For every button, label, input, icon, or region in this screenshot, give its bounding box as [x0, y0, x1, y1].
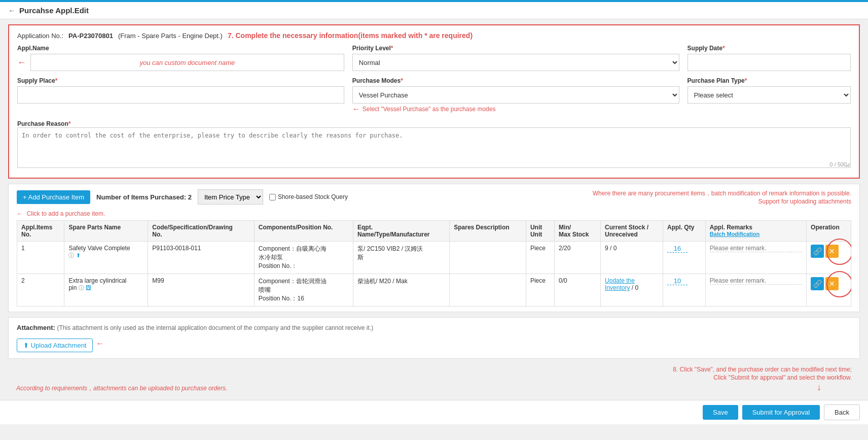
info-icon-1[interactable]: ⓘ	[68, 252, 74, 258]
purchase-plan-type-wrapper: Please select	[688, 86, 851, 104]
td-components-2: Component：齿轮润滑油喷嘴Position No.：16	[254, 274, 353, 307]
items-section: + Add Purchase Item Number of Items Purc…	[8, 184, 860, 312]
shore-stock-label: Shore-based Stock Query	[278, 193, 348, 200]
priority-label: Priority Level*	[352, 45, 679, 52]
th-unit: UnitUnit	[526, 221, 554, 242]
batch-hint-line1: Where there are many procurement items，b…	[593, 189, 851, 198]
instruction-text: 7. Complete the necessary information(it…	[228, 31, 473, 40]
app-dept: (Fram - Spare Parts - Engine Dept.)	[118, 32, 223, 40]
upload-attachment-button[interactable]: ⬆ Upload Attachment	[17, 339, 93, 352]
appl-name-label: Appl.Name	[17, 45, 344, 52]
qty-input-1[interactable]	[667, 245, 688, 253]
main-content: Application No.: PA-P23070801 (Fram - Sp…	[0, 19, 868, 400]
items-count: Number of Items Purchased: 2	[96, 193, 192, 201]
td-eqpt-2: 柴油机/ M20 / Mak	[353, 274, 450, 307]
th-appl-qty: Appl. Qty	[663, 221, 705, 242]
supply-place-group: Supply Place*	[17, 77, 344, 114]
priority-select-wrapper: Normal	[352, 54, 679, 71]
table-wrapper: Appl.ItemsNo. Spare Parts Name Code/Spec…	[17, 220, 851, 307]
td-components-1: Component：自吸离心海水冷却泵Position No.：	[254, 242, 353, 274]
td-spares-desc-2	[450, 274, 526, 307]
batch-modification-link[interactable]: Batch Modification	[710, 231, 802, 237]
back-button[interactable]: Back	[824, 404, 860, 420]
shore-stock-checkbox[interactable]	[269, 194, 276, 200]
td-min-max-1: 2/20	[555, 242, 601, 274]
delete-btn-1[interactable]: ✕	[825, 245, 839, 258]
page-title: Purcahse Appl.Edit	[19, 6, 89, 15]
page-header: ← Purcahse Appl.Edit	[0, 2, 868, 19]
td-no-1: 1	[17, 242, 64, 274]
items-table: Appl.ItemsNo. Spare Parts Name Code/Spec…	[17, 220, 851, 307]
purchase-reason-label: Purchase Reason*	[17, 120, 70, 127]
priority-select[interactable]: Normal	[352, 54, 679, 71]
td-min-max-2: 0/0	[555, 274, 601, 307]
th-eqpt: Eqpt.Name/Type/Manufacturer	[353, 221, 450, 242]
td-appl-qty-1	[663, 242, 705, 274]
th-min-max: Min/Max Stock	[555, 221, 601, 242]
back-arrow-icon[interactable]: ←	[8, 7, 15, 15]
save-button[interactable]: Save	[703, 405, 738, 420]
shore-stock-group: Shore-based Stock Query	[269, 193, 348, 200]
appl-name-hint: you can custom document name	[30, 54, 344, 71]
footer-bar: Save Submit for Approval Back	[0, 400, 868, 424]
submit-hint-right: Click "Submit for approval" and select t…	[713, 374, 852, 381]
th-appl-remarks: Appl. Remarks Batch Modification	[705, 221, 806, 242]
remark-input-1[interactable]	[710, 245, 802, 252]
th-spares-desc: Spares Description	[450, 221, 526, 242]
td-appl-qty-2	[663, 274, 705, 307]
supply-date-input[interactable]: 2023-08-08	[688, 54, 851, 71]
add-purchase-item-button[interactable]: + Add Purchase Item	[17, 190, 90, 204]
app-info-row: Application No.: PA-P23070801 (Fram - Sp…	[17, 31, 851, 40]
td-unit-2: Piece	[526, 274, 554, 307]
th-spare-parts-name: Spare Parts Name	[64, 221, 148, 242]
op-btns-1: 🔗 ✕	[811, 245, 847, 258]
qty-input-2[interactable]	[667, 277, 688, 285]
td-spare-parts-1: Safety Valve Complete ⓘ ⬆	[64, 242, 148, 274]
char-count: 0 / 500	[829, 161, 847, 167]
copy-btn-2[interactable]: 🔗	[811, 277, 824, 290]
td-eqpt-1: 泵/ 2C150 VIB2 / 汉姆沃斯	[353, 242, 450, 274]
purchase-reason-textarea[interactable]	[17, 127, 851, 168]
th-components: Components/Position No.	[254, 221, 353, 242]
attachment-note: (This attachment is only used as the int…	[57, 324, 373, 331]
item-price-type-select[interactable]: Item Price Type	[198, 189, 263, 205]
purchase-plan-type-select[interactable]: Please select	[688, 86, 851, 104]
td-spares-desc-1	[450, 242, 526, 274]
purchase-plan-type-label: Purchase Plan Type*	[688, 77, 851, 84]
info-icon-2[interactable]: ⓘ	[79, 285, 84, 291]
purchase-modes-hint: Select "Vessel Purchase" as the purchase…	[363, 106, 496, 113]
th-appl-items-no: Appl.ItemsNo.	[17, 221, 64, 242]
update-inventory-link[interactable]: Update theInventory	[605, 277, 635, 291]
add-item-hint: Click to add a purchase item.	[27, 210, 105, 217]
td-remarks-1	[705, 242, 806, 274]
purchase-modes-group: Purchase Modes* Vessel Purchase ← Select…	[352, 77, 679, 114]
delete-btn-2[interactable]: ✕	[825, 277, 839, 290]
attachment-hint-left: According to requirements，attachments ca…	[16, 384, 227, 393]
remark-input-2[interactable]	[710, 277, 802, 285]
td-code-1: P91103-0018-011	[148, 242, 255, 274]
batch-hint-line2: Support for uploading attachments	[593, 198, 851, 205]
img-icon-1[interactable]: ⬆	[76, 252, 81, 258]
td-op-1: 🔗 ✕	[807, 242, 851, 274]
purchase-modes-select[interactable]: Vessel Purchase	[352, 86, 679, 104]
submit-for-approval-button[interactable]: Submit for Approval	[742, 405, 820, 420]
img-icon-2[interactable]: 🖼	[86, 285, 91, 291]
td-code-2: M99	[148, 274, 255, 307]
copy-btn-1[interactable]: 🔗	[811, 245, 824, 258]
td-remarks-2	[705, 274, 806, 307]
td-unit-1: Piece	[526, 242, 554, 274]
items-toolbar: + Add Purchase Item Number of Items Purc…	[17, 189, 348, 205]
purchase-reason-wrapper: 0 / 500	[17, 127, 851, 170]
supply-date-group: Supply Date* 2023-08-08	[688, 45, 851, 71]
th-operation: Operation	[807, 221, 851, 242]
td-current-stock-2: Update theInventory / 0	[601, 274, 663, 307]
table-row: 1 Safety Valve Complete ⓘ ⬆ P91103-0018-…	[17, 242, 851, 274]
attachment-section: Attachment: (This attachment is only use…	[8, 317, 860, 359]
upload-icon: ⬆	[23, 342, 29, 349]
priority-level-group: Priority Level* Normal	[352, 45, 679, 71]
supply-place-input[interactable]	[17, 86, 344, 104]
appl-name-group: Appl.Name ← you can custom document name	[17, 45, 344, 71]
td-no-2: 2	[17, 274, 64, 307]
attachment-label: Attachment:	[17, 324, 55, 331]
form-section: Application No.: PA-P23070801 (Fram - Sp…	[8, 24, 860, 179]
